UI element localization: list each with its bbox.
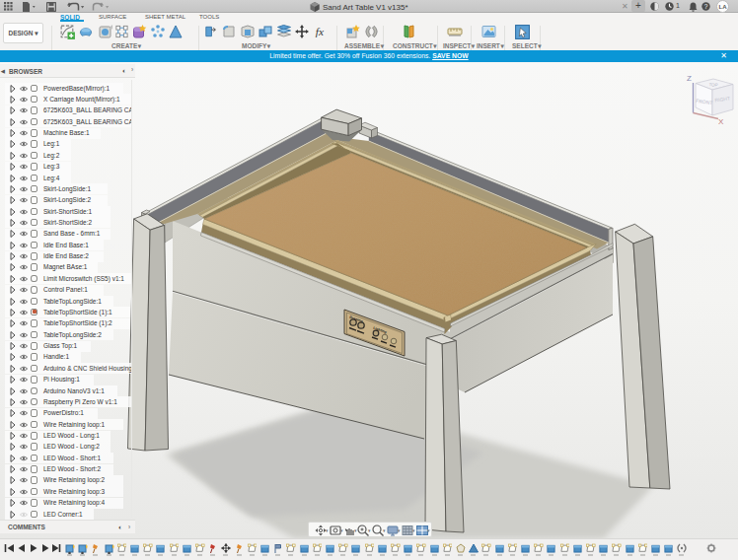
svg-text:?: ? bbox=[704, 3, 708, 10]
svg-text:fx: fx bbox=[316, 26, 324, 37]
svg-text:X: X bbox=[718, 117, 724, 126]
svg-text:TOP: TOP bbox=[708, 82, 717, 87]
svg-text:Z: Z bbox=[687, 74, 692, 83]
